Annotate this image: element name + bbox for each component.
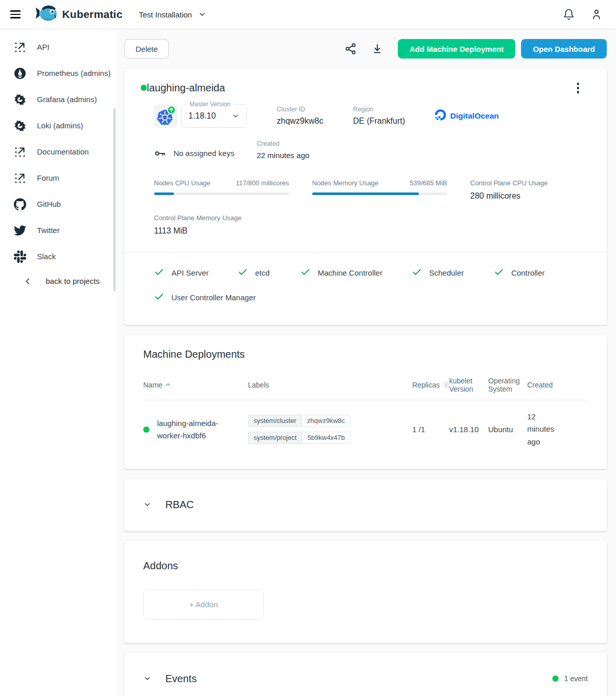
sidebar-item-github[interactable]: GitHub: [0, 191, 116, 217]
health-item-label: etcd: [255, 268, 270, 277]
notifications-button[interactable]: [563, 8, 575, 21]
sidebar-item-api[interactable]: API: [0, 34, 116, 60]
sidebar-item-slack[interactable]: Slack: [0, 243, 116, 269]
master-version-select[interactable]: Master Version 1.18.10: [181, 104, 247, 128]
add-machine-deployment-button[interactable]: Add Machine Deployment: [398, 39, 515, 59]
digitalocean-icon: [435, 109, 446, 123]
label-value: 5b9kw4x47b: [302, 432, 351, 444]
column-header-replicas: Replicas i: [412, 381, 449, 389]
sidebar-item-label: API: [37, 43, 49, 51]
column-header-name[interactable]: Name: [143, 381, 248, 389]
sidebar-item-loki[interactable]: Loki (admins): [0, 112, 116, 139]
cluster-toolbar: Delete Add Machine Deployment Open Dashb…: [124, 39, 607, 59]
progress-bar: [312, 192, 447, 195]
open-dashboard-button[interactable]: Open Dashboard: [521, 39, 607, 59]
machine-deployments-table: Name Labels Replicas i: [143, 377, 588, 451]
health-item-label: Controller: [511, 268, 545, 277]
sidebar-item-twitter[interactable]: Twitter: [0, 217, 116, 243]
chevron-left-icon: [24, 277, 32, 285]
sidebar-item-forum[interactable]: Forum: [0, 165, 116, 191]
addons-title: Addons: [143, 560, 588, 572]
project-selector-value: Test Installation: [139, 10, 192, 19]
download-kubeconfig-button[interactable]: [371, 43, 383, 55]
menu-toggle-button[interactable]: [7, 7, 24, 22]
deployment-replicas: 1 /1: [412, 425, 449, 434]
back-to-projects-link[interactable]: back to projects: [0, 277, 116, 285]
sidebar-item-label: Loki (admins): [37, 121, 83, 130]
events-title: Events: [165, 673, 197, 685]
column-header-kubelet-version: kubelet Version: [449, 377, 488, 393]
table-header: Name Labels Replicas i: [143, 377, 588, 400]
nodes-cpu-metric: Nodes CPU Usage 117/800 millicores: [154, 179, 289, 201]
deployment-created: 12 minutes ago: [527, 411, 560, 449]
back-to-projects-label: back to projects: [46, 277, 100, 285]
ssh-keys-field[interactable]: No assigned keys: [154, 147, 257, 160]
github-icon: [14, 198, 26, 210]
add-addon-button[interactable]: + Addon: [143, 590, 264, 620]
label-value: zhqwz9kw8c: [301, 415, 351, 427]
rbac-expand-button[interactable]: [143, 500, 151, 509]
events-expand-button[interactable]: [143, 674, 151, 683]
metric-value: 117/800 millicores: [236, 179, 289, 187]
sidebar-item-documentation[interactable]: Documentation: [0, 139, 116, 165]
control-plane-memory-metric: Control Plane Memory Usage 1113 MiB: [154, 214, 590, 236]
key-icon: [154, 147, 166, 160]
health-item-controller: Controller: [494, 267, 545, 279]
chevron-down-icon: [143, 674, 151, 683]
check-icon: [300, 267, 311, 279]
cluster-actions-menu-button[interactable]: [575, 81, 582, 95]
check-icon: [154, 292, 164, 303]
deployment-kubelet-version: v1.18.10: [449, 425, 488, 434]
sidebar-item-label: Slack: [37, 252, 56, 261]
twitter-icon: [14, 224, 26, 237]
external-link-icon: [14, 172, 26, 184]
slack-icon: [14, 250, 26, 263]
region-value: DE (Frankfurt): [353, 117, 405, 126]
check-icon: [412, 267, 422, 279]
created-field: Created 22 minutes ago: [257, 140, 310, 160]
check-icon: [494, 267, 504, 279]
sidebar-item-prometheus[interactable]: Prometheus (admins): [0, 60, 116, 86]
column-header-created: Created: [527, 381, 588, 389]
brand-name: Kubermatic: [62, 8, 123, 21]
region-label: Region: [353, 106, 405, 113]
user-menu-button[interactable]: [590, 8, 603, 21]
health-item-machine-controller: Machine Controller: [300, 267, 412, 279]
project-selector[interactable]: Test Installation: [139, 10, 206, 19]
ssh-keys-value: No assigned keys: [174, 149, 234, 158]
health-status-list: API Server etcd Machine Controller Sched…: [154, 267, 590, 303]
deployment-status-dot: [143, 427, 149, 433]
control-plane-cpu-metric: Control Plane CPU Usage 280 millicores: [470, 179, 590, 201]
check-icon: [154, 267, 164, 279]
brand[interactable]: Kubermatic: [35, 4, 123, 25]
sidebar-scrollbar[interactable]: [113, 108, 116, 292]
delete-cluster-button[interactable]: Delete: [124, 39, 169, 59]
chevron-down-icon: [143, 500, 151, 509]
info-icon[interactable]: i: [443, 381, 449, 389]
sidebar-item-label: Prometheus (admins): [37, 69, 110, 78]
share-cluster-button[interactable]: [344, 43, 357, 55]
created-label: Created: [257, 140, 310, 147]
health-item-label: Machine Controller: [318, 268, 382, 277]
user-icon: [590, 8, 603, 21]
provider-logo: DigitalOcean: [435, 109, 499, 123]
bell-icon: [563, 8, 575, 21]
provider-name: DigitalOcean: [450, 111, 499, 121]
table-row[interactable]: laughing-almeida-worker-hxdbf6 system/cl…: [143, 400, 588, 451]
cluster-status-dot: [141, 85, 147, 91]
label-chip: system/project 5b9kw4x47b: [248, 432, 351, 444]
cluster-id-field: Cluster ID zhqwz9kw8c: [277, 106, 323, 126]
sidebar-item-grafana[interactable]: Grafana (admins): [0, 86, 116, 112]
events-count-label: 1 event: [564, 674, 588, 683]
machine-deployments-title: Machine Deployments: [143, 349, 588, 360]
health-item-label: User Controller Manager: [171, 293, 256, 302]
rbac-card: RBAC: [124, 478, 607, 531]
download-icon: [371, 43, 383, 55]
deployment-operating-system: Ubuntu: [488, 425, 527, 434]
main-content: Delete Add Machine Deployment Open Dashb…: [116, 29, 616, 696]
cluster-id-label: Cluster ID: [277, 106, 323, 113]
prometheus-icon: [14, 67, 26, 80]
external-link-icon: [14, 41, 26, 53]
events-card: Events 1 event: [124, 652, 607, 696]
health-item-api-server: API Server: [154, 267, 238, 279]
